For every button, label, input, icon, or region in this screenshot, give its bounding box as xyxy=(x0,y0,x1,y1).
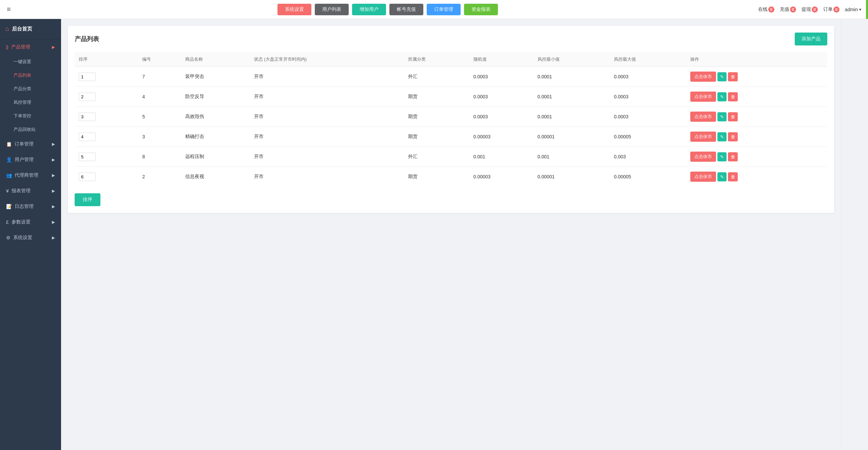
table-row: 8 远程压制 开市 外汇 0.001 0.001 0.003 点击休市 ✎ 🗑 xyxy=(75,147,827,167)
sidebar-item-agent-left: 👥 代理商管理 xyxy=(6,172,38,178)
sidebar-sub-item-risk-management[interactable]: 风控管理 xyxy=(0,96,61,109)
sort-button[interactable]: 排序 xyxy=(75,193,100,206)
sort-input-3[interactable] xyxy=(79,133,96,141)
chevron-right-icon-4: ▶ xyxy=(52,173,55,178)
sidebar-item-agent-management[interactable]: 👥 代理商管理 ▶ xyxy=(0,168,61,183)
sidebar-label-log: 日志管理 xyxy=(15,203,34,210)
btn-suspend-5[interactable]: 点击休市 xyxy=(690,172,716,182)
cell-sort-1 xyxy=(75,87,138,107)
card-header: 产品列表 添加产品 xyxy=(75,33,827,45)
col-action: 操作 xyxy=(686,52,827,67)
cell-action-2: 点击休市 ✎ 🗑 xyxy=(686,107,827,127)
cell-id-3: 3 xyxy=(138,127,181,147)
btn-suspend-4[interactable]: 点击休市 xyxy=(690,152,716,162)
sort-input-0[interactable] xyxy=(79,73,96,81)
btn-edit-3[interactable]: ✎ xyxy=(717,132,727,141)
btn-edit-1[interactable]: ✎ xyxy=(717,92,727,101)
table-row: 4 防空反导 开市 期货 0.0003 0.0001 0.0003 点击休市 ✎… xyxy=(75,87,827,107)
cell-category-5: 期货 xyxy=(404,167,469,187)
btn-delete-3[interactable]: 🗑 xyxy=(728,132,738,141)
sort-input-4[interactable] xyxy=(79,153,96,161)
param-icon: £ xyxy=(6,219,9,225)
table-row: 2 信息夜视 开市 期货 0.00003 0.00001 0.00005 点击休… xyxy=(75,167,827,187)
col-sort: 排序 xyxy=(75,52,138,67)
admin-dropdown[interactable]: admin xyxy=(845,7,861,12)
cell-random-3: 0.00003 xyxy=(469,127,534,147)
btn-suspend-3[interactable]: 点击休市 xyxy=(690,132,716,142)
cell-max-risk-3: 0.00005 xyxy=(610,127,686,147)
sidebar-sub-item-order-control[interactable]: 下单管控 xyxy=(0,109,61,123)
cell-category-2: 期货 xyxy=(404,107,469,127)
action-group-2: 点击休市 ✎ 🗑 xyxy=(690,112,823,122)
nav-btn-order-management[interactable]: 订单管理 xyxy=(427,4,461,15)
recharge-badge-item: 充值 0 xyxy=(780,6,796,13)
btn-edit-5[interactable]: ✎ xyxy=(717,172,727,181)
cell-id-4: 8 xyxy=(138,147,181,167)
cell-id-1: 4 xyxy=(138,87,181,107)
btn-delete-1[interactable]: 🗑 xyxy=(728,92,738,101)
btn-edit-4[interactable]: ✎ xyxy=(717,152,727,161)
add-product-button[interactable]: 添加产品 xyxy=(795,33,827,45)
sidebar-sub-item-product-list[interactable]: 产品列表 xyxy=(0,69,61,82)
btn-delete-5[interactable]: 🗑 xyxy=(728,172,738,181)
nav-btn-finance-report[interactable]: 资金报表 xyxy=(464,4,498,15)
sidebar-item-order-management[interactable]: 📋 订单管理 ▶ xyxy=(0,136,61,152)
col-status: 状态 (大盘正常开市时间内) xyxy=(250,52,404,67)
nav-btn-recharge[interactable]: 帐号充值 xyxy=(389,4,423,15)
online-badge-item: 在线 0 xyxy=(758,6,774,13)
btn-edit-0[interactable]: ✎ xyxy=(717,72,727,81)
cell-name-4: 远程压制 xyxy=(181,147,250,167)
sidebar-label-order: 订单管理 xyxy=(15,141,34,147)
col-max-risk: 风控最大值 xyxy=(610,52,686,67)
product-table: 排序 编号 商品名称 状态 (大盘正常开市时间内) 所属分类 随机值 风控最小值… xyxy=(75,52,827,187)
sidebar-item-product-management[interactable]: ₿ 产品管理 ▶ xyxy=(0,39,61,55)
chevron-right-icon-2: ▶ xyxy=(52,142,55,146)
sort-input-2[interactable] xyxy=(79,113,96,121)
order-badge-item: 订单 0 xyxy=(823,6,840,13)
cell-id-2: 5 xyxy=(138,107,181,127)
sidebar-sub-item-product-category[interactable]: 产品分类 xyxy=(0,82,61,96)
sidebar-item-report-management[interactable]: ¥ 报表管理 ▶ xyxy=(0,183,61,199)
btn-suspend-2[interactable]: 点击休市 xyxy=(690,112,716,122)
sort-input-1[interactable] xyxy=(79,93,96,101)
btn-suspend-1[interactable]: 点击休市 xyxy=(690,92,716,102)
nav-btn-system-settings[interactable]: 系统设置 xyxy=(277,4,311,15)
chevron-right-icon-6: ▶ xyxy=(52,204,55,209)
sidebar-item-system-settings[interactable]: ⚙ 系统设置 ▶ xyxy=(0,230,61,246)
table-row: 3 精确打击 开市 期货 0.00003 0.00001 0.00005 点击休… xyxy=(75,127,827,147)
nav-btn-add-user[interactable]: 增加用户 xyxy=(352,4,386,15)
sidebar-sub-item-product-recycle[interactable]: 产品回收站 xyxy=(0,123,61,136)
sidebar-logo-text: 后台首页 xyxy=(12,26,32,32)
cell-random-1: 0.0003 xyxy=(469,87,534,107)
chevron-right-icon-8: ▶ xyxy=(52,235,55,240)
sidebar-item-system-left: ⚙ 系统设置 xyxy=(6,235,32,241)
btn-suspend-0[interactable]: 点击休市 xyxy=(690,72,716,82)
agent-icon: 👥 xyxy=(6,173,12,178)
cell-max-risk-4: 0.003 xyxy=(610,147,686,167)
action-group-3: 点击休市 ✎ 🗑 xyxy=(690,132,823,142)
cell-name-2: 高效毁伤 xyxy=(181,107,250,127)
nav-btn-user-list[interactable]: 用户列表 xyxy=(315,4,349,15)
sidebar-item-user-management[interactable]: 👤 用户管理 ▶ xyxy=(0,152,61,168)
cell-sort-4 xyxy=(75,147,138,167)
btn-delete-0[interactable]: 🗑 xyxy=(728,72,738,81)
hamburger-icon[interactable]: ≡ xyxy=(7,5,11,13)
sidebar-sub-item-one-key-settings[interactable]: 一键设置 xyxy=(0,55,61,69)
btn-edit-2[interactable]: ✎ xyxy=(717,112,727,121)
sort-input-5[interactable] xyxy=(79,173,96,181)
sidebar-label-agent: 代理商管理 xyxy=(15,172,38,178)
sidebar-logo[interactable]: ⌂ 后台首页 xyxy=(0,19,61,39)
main-layout: ⌂ 后台首页 ₿ 产品管理 ▶ 一键设置 产品列表 产品分类 风控管理 下单管控… xyxy=(0,19,868,450)
logo-icon: ⌂ xyxy=(5,25,9,33)
cell-action-0: 点击休市 ✎ 🗑 xyxy=(686,67,827,87)
online-badge: 0 xyxy=(768,6,774,13)
sidebar-item-param-settings[interactable]: £ 参数设置 ▶ xyxy=(0,214,61,230)
btn-delete-4[interactable]: 🗑 xyxy=(728,152,738,161)
btn-delete-2[interactable]: 🗑 xyxy=(728,112,738,121)
cell-status-1: 开市 xyxy=(250,87,404,107)
order-label: 订单 xyxy=(823,6,833,13)
cell-name-3: 精确打击 xyxy=(181,127,250,147)
sidebar-item-log-management[interactable]: 📝 日志管理 ▶ xyxy=(0,199,61,214)
chevron-right-icon-3: ▶ xyxy=(52,157,55,162)
withdraw-badge: 0 xyxy=(812,6,818,13)
